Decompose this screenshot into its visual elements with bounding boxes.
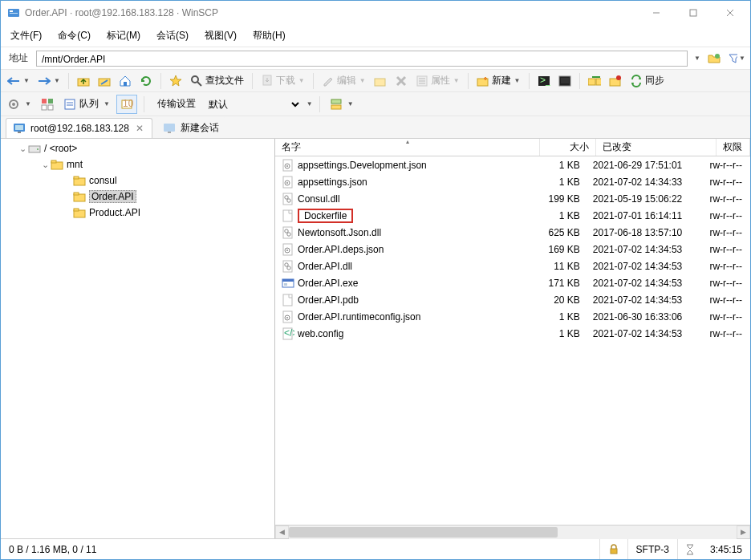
file-row[interactable]: Newtonsoft.Json.dll625 KB2017-06-18 13:5…	[275, 224, 750, 241]
gear-icon	[7, 98, 20, 111]
scroll-right-icon[interactable]: ▶	[737, 526, 750, 539]
parent-dir-button[interactable]	[74, 71, 93, 91]
maximize-button[interactable]	[675, 2, 712, 24]
compare-button[interactable]	[606, 71, 625, 91]
file-row[interactable]: Order.API.runtimeconfig.json1 KB2021-06-…	[275, 308, 750, 325]
tree-root[interactable]: ⌄/ <root>	[1, 140, 274, 156]
file-icon	[282, 159, 294, 172]
open-folder-button[interactable]	[705, 50, 723, 67]
props-button[interactable]: 属性▼	[412, 71, 463, 91]
file-listing[interactable]: appsettings.Development.json1 KB2021-06-…	[275, 156, 750, 525]
status-lock	[600, 539, 627, 559]
horizontal-scrollbar[interactable]: ◀ ▶	[275, 525, 750, 538]
svg-rect-35	[42, 105, 47, 110]
menu-view[interactable]: 视图(V)	[198, 26, 243, 46]
file-row[interactable]: appsettings.Development.json1 KB2021-06-…	[275, 156, 750, 173]
file-name: appsettings.Development.json	[298, 160, 427, 171]
find-button[interactable]: 查找文件	[187, 71, 247, 91]
svg-rect-68	[283, 210, 292, 221]
delete-button[interactable]	[392, 71, 411, 91]
tab-session[interactable]: root@192.168.183.128 ✕	[6, 118, 152, 138]
menu-mark[interactable]: 标记(M)	[100, 26, 147, 46]
col-name[interactable]: 名字▴	[275, 139, 540, 156]
svg-rect-47	[164, 124, 175, 132]
svg-rect-34	[48, 99, 53, 103]
tree-mnt[interactable]: ⌄mnt	[1, 156, 274, 172]
file-row[interactable]: Order.API.exe171 KB2021-07-02 14:34:53rw…	[275, 274, 750, 291]
scrollbar-thumb[interactable]	[289, 527, 558, 538]
file-row[interactable]: </>web.config1 KB2021-07-02 14:34:53rw-r…	[275, 325, 750, 342]
menu-commands[interactable]: 命令(C)	[51, 26, 97, 46]
svg-rect-22	[477, 79, 488, 86]
file-date: 2021-07-02 14:34:53	[587, 278, 704, 289]
file-size: 169 KB	[532, 244, 587, 255]
root-dir-button[interactable]	[95, 71, 114, 91]
file-row[interactable]: Order.API.deps.json169 KB2021-07-02 14:3…	[275, 241, 750, 258]
terminal-button[interactable]: >_	[534, 71, 554, 91]
svg-point-84	[286, 317, 288, 319]
address-dropdown-icon[interactable]: ▼	[694, 55, 700, 62]
close-button[interactable]	[712, 2, 749, 24]
file-icon	[282, 193, 294, 205]
file-name: Order.API.exe	[298, 278, 358, 289]
collapse-icon[interactable]: ⌄	[17, 144, 28, 154]
server-button[interactable]: ▼	[327, 95, 357, 114]
file-perm: rw-r--r--	[703, 193, 750, 205]
lock-icon	[608, 544, 619, 555]
address-label: 地址	[6, 51, 31, 65]
refresh-button[interactable]	[136, 71, 156, 91]
col-date[interactable]: 已改变	[596, 139, 716, 156]
file-date: 2021-07-02 14:34:53	[587, 261, 704, 272]
home-dir-button[interactable]	[116, 71, 135, 91]
minimize-button[interactable]	[638, 2, 675, 24]
file-row[interactable]: Order.API.dll11 KB2021-07-02 14:34:53rw-…	[275, 258, 750, 274]
tree-child-orderapi[interactable]: Order.API	[1, 189, 274, 205]
file-perm: rw-r--r--	[703, 160, 750, 171]
collapse-icon[interactable]: ⌄	[39, 160, 51, 170]
tab-new-session[interactable]: 新建会话	[156, 117, 226, 138]
edit-button[interactable]: 编辑▼	[319, 71, 369, 91]
new-button[interactable]: 新建▼	[473, 71, 524, 91]
settings-button[interactable]: ▼	[4, 95, 35, 114]
sync-folders-button[interactable]	[585, 71, 604, 91]
svg-point-61	[286, 165, 288, 167]
tree-child-consul[interactable]: consul	[1, 172, 274, 189]
new-folder-button[interactable]	[371, 71, 390, 91]
nav-back-button[interactable]: ▼	[4, 71, 33, 91]
tab-close-icon[interactable]: ✕	[134, 123, 145, 134]
file-row[interactable]: Consul.dll199 KB2021-05-19 15:06:22rw-r-…	[275, 190, 750, 207]
tree-child-productapi[interactable]: Product.API	[1, 205, 274, 221]
transfer-settings-select[interactable]: 默认	[205, 98, 302, 111]
file-row[interactable]: appsettings.json1 KB2021-07-02 14:34:33r…	[275, 173, 750, 190]
file-row[interactable]: Dockerfile1 KB2021-07-01 16:14:11rw-r--r…	[275, 207, 750, 224]
arrow-right-icon	[38, 75, 51, 87]
filter-button[interactable]: ▼	[728, 50, 745, 67]
nav-fwd-button[interactable]: ▼	[35, 71, 63, 91]
file-date: 2021-07-02 14:34:53	[587, 294, 704, 306]
putty-button[interactable]	[555, 71, 574, 91]
bookmark-button[interactable]	[166, 71, 185, 91]
file-name: Consul.dll	[298, 193, 340, 205]
transfer-settings-label: 传输设置	[151, 97, 202, 111]
folder-icon	[51, 158, 63, 171]
scroll-left-icon[interactable]: ◀	[275, 526, 289, 539]
menu-session[interactable]: 会话(S)	[150, 26, 195, 46]
sync-button[interactable]: 同步	[627, 71, 668, 91]
menu-file[interactable]: 文件(F)	[4, 26, 48, 46]
menu-help[interactable]: 帮助(H)	[246, 26, 292, 46]
file-name: Order.API.pdb	[298, 294, 359, 306]
statusbar: 0 B / 1.16 MB, 0 / 11 SFTP-3 3:45:15	[1, 538, 750, 559]
folder-tree[interactable]: ⌄/ <root> ⌄mnt consul Order.API Product.…	[1, 139, 275, 538]
file-row[interactable]: Order.API.pdb20 KB2021-07-02 14:34:53rw-…	[275, 291, 750, 308]
address-input[interactable]: /mnt/Order.API	[36, 51, 688, 67]
arrow-left-icon	[7, 75, 20, 87]
download-button[interactable]: 下载▼	[258, 71, 308, 91]
svg-rect-15	[375, 79, 385, 86]
transfer-settings-caret-icon[interactable]: ▼	[306, 100, 313, 108]
color-layout-button[interactable]	[38, 95, 57, 114]
queue-button[interactable]: 队列▼	[60, 95, 113, 114]
col-perm[interactable]: 权限	[716, 139, 750, 156]
file-date: 2021-07-02 14:34:33	[587, 177, 704, 188]
col-size[interactable]: 大小	[540, 139, 596, 156]
transfer-mode-button[interactable]: 101	[116, 95, 137, 114]
